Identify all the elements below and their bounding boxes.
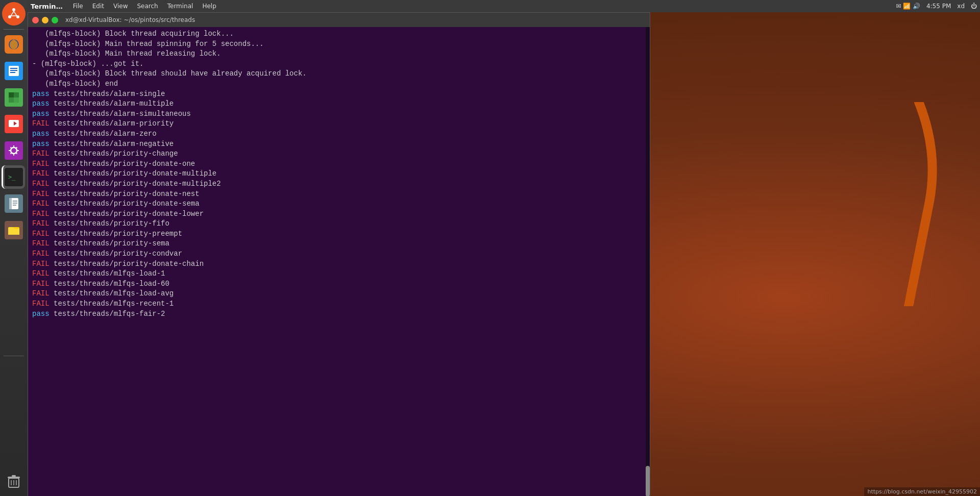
svg-rect-16 — [14, 97, 19, 103]
terminal-line: FAIL tests/threads/priority-change — [32, 149, 646, 159]
terminal-line: FAIL tests/threads/mlfqs-load-60 — [32, 279, 646, 289]
terminal-line: pass tests/threads/alarm-zero — [32, 129, 646, 139]
terminal-line: FAIL tests/threads/priority-donate-chain — [32, 259, 646, 269]
terminal-line: FAIL tests/threads/mlfqs-recent-1 — [32, 299, 646, 309]
window-maximize-button[interactable] — [52, 17, 58, 23]
svg-rect-8 — [10, 68, 17, 69]
statusbar-url: https://blog.csdn.net/weixin_42955902 — [867, 488, 977, 495]
terminal-titlebar: xd@xd-VirtualBox: ~/os/pintos/src/thread… — [28, 13, 650, 27]
settings-icon[interactable] — [2, 139, 26, 162]
terminal-line: - (mlfqs-block) ...got it. — [32, 59, 646, 69]
writer-icon[interactable] — [2, 59, 26, 83]
svg-rect-14 — [14, 92, 19, 97]
firefox-icon[interactable] — [2, 33, 26, 56]
terminal-line: FAIL tests/threads/priority-condvar — [32, 249, 646, 259]
menubar-user: xd — [957, 3, 965, 10]
terminal-line: FAIL tests/threads/mlfqs-load-1 — [32, 269, 646, 279]
terminal-line: FAIL tests/threads/alarm-priority — [32, 119, 646, 129]
terminal-window: xd@xd-VirtualBox: ~/os/pintos/src/thread… — [28, 12, 650, 496]
svg-rect-34 — [12, 475, 16, 477]
window-close-button[interactable] — [32, 17, 39, 23]
terminal-line: (mlfqs-block) end — [32, 79, 646, 89]
terminal-line: FAIL tests/threads/priority-donate-one — [32, 159, 646, 169]
terminal-line: FAIL tests/threads/priority-preempt — [32, 229, 646, 239]
power-icon[interactable]: ⏻ — [971, 3, 977, 10]
notebook-icon[interactable] — [2, 192, 26, 215]
menubar-items: File Edit View Search Terminal Help — [69, 2, 220, 11]
svg-rect-10 — [10, 72, 15, 73]
statusbar: https://blog.csdn.net/weixin_42955902 — [864, 487, 980, 496]
terminal-line: (mlfqs-block) Main thread releasing lock… — [32, 49, 646, 59]
svg-rect-15 — [9, 97, 14, 103]
terminal-body[interactable]: (mlfqs-block) Block thread acquiring loc… — [28, 27, 650, 496]
svg-rect-28 — [13, 203, 17, 204]
scrollbar-thumb[interactable] — [646, 466, 650, 496]
menubar-view[interactable]: View — [109, 2, 132, 11]
terminal-line: pass tests/threads/alarm-multiple — [32, 99, 646, 109]
window-minimize-button[interactable] — [42, 17, 48, 23]
terminal-scrollbar[interactable] — [646, 27, 650, 496]
svg-rect-20 — [5, 141, 23, 160]
terminal-line: pass tests/threads/alarm-single — [32, 89, 646, 100]
impress-icon[interactable] — [2, 112, 26, 136]
system-icons: ✉ 📶 🔊 — [896, 3, 920, 10]
svg-rect-9 — [10, 70, 17, 71]
terminal-line: FAIL tests/threads/priority-sema — [32, 239, 646, 249]
terminal-line: FAIL tests/threads/priority-donate-nest — [32, 189, 646, 200]
svg-rect-29 — [13, 205, 16, 206]
menubar-help[interactable]: Help — [198, 2, 220, 11]
menubar-time: 4:55 PM — [926, 3, 951, 10]
terminal-sidebar-icon[interactable]: >_ — [2, 165, 25, 189]
terminal-title: xd@xd-VirtualBox: ~/os/pintos/src/thread… — [65, 16, 195, 23]
trash-icon[interactable] — [2, 469, 26, 493]
menubar-right: ✉ 📶 🔊 4:55 PM xd ⏻ — [896, 3, 977, 10]
svg-rect-33 — [8, 477, 20, 478]
ubuntu-logo-icon[interactable] — [2, 2, 26, 26]
terminal-line: (mlfqs-block) Block thread acquiring loc… — [32, 29, 646, 39]
menubar-file[interactable]: File — [69, 2, 87, 11]
terminal-line: FAIL tests/threads/priority-fifo — [32, 219, 646, 229]
sidebar: >_ — [0, 0, 28, 496]
menubar: Termin… File Edit View Search Terminal H… — [28, 0, 980, 12]
terminal-line: (mlfqs-block) Main thread spinning for 5… — [32, 39, 646, 49]
terminal-line: FAIL tests/threads/mlfqs-load-avg — [32, 289, 646, 299]
terminal-line: FAIL tests/threads/priority-donate-sema — [32, 199, 646, 209]
terminal-line: (mlfqs-block) Block thread should have a… — [32, 69, 646, 79]
calc-icon[interactable] — [2, 86, 26, 109]
terminal-line: pass tests/threads/alarm-simultaneous — [32, 109, 646, 119]
files-icon[interactable] — [2, 218, 26, 242]
menubar-app-name: Termin… — [31, 3, 63, 10]
svg-rect-26 — [9, 198, 12, 209]
terminal-line: FAIL tests/threads/priority-donate-lower — [32, 209, 646, 219]
menubar-terminal[interactable]: Terminal — [163, 2, 198, 11]
svg-rect-27 — [13, 201, 17, 202]
svg-text:>_: >_ — [8, 173, 16, 181]
terminal-line: FAIL tests/threads/priority-donate-multi… — [32, 169, 646, 179]
sidebar-bottom-divider — [4, 356, 24, 356]
menubar-edit[interactable]: Edit — [88, 2, 108, 11]
sidebar-divider — [4, 29, 24, 30]
svg-rect-13 — [9, 92, 14, 97]
terminal-line: FAIL tests/threads/priority-donate-multi… — [32, 179, 646, 189]
terminal-line: pass tests/threads/mlfqs-fair-2 — [32, 309, 646, 319]
terminal-line: pass tests/threads/alarm-negative — [32, 139, 646, 150]
menubar-search[interactable]: Search — [133, 2, 162, 11]
